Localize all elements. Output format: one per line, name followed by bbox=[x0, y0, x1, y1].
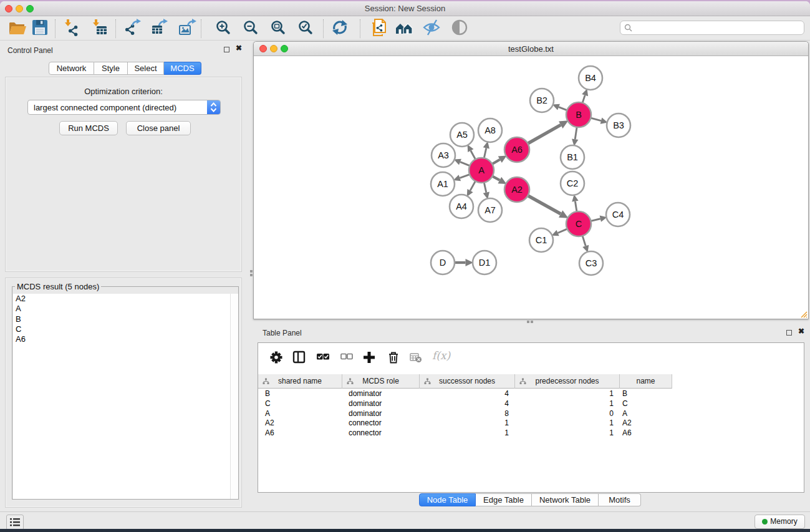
table-cell: dominator bbox=[342, 389, 420, 399]
splitter-handle[interactable] bbox=[527, 321, 529, 323]
zoom-fit-icon[interactable] bbox=[269, 18, 290, 39]
zoom-selected-icon[interactable] bbox=[296, 18, 317, 39]
import-table-from-file-icon[interactable] bbox=[91, 18, 112, 39]
show-panels-list-button[interactable] bbox=[6, 515, 24, 529]
apply-layout-icon[interactable] bbox=[330, 18, 352, 39]
table-tab-motifs[interactable]: Motifs bbox=[599, 493, 641, 506]
selected-option: largest connected component (directed) bbox=[34, 103, 176, 112]
edge-A-A3[interactable] bbox=[460, 162, 470, 166]
node-label-A5: A5 bbox=[456, 130, 468, 140]
resize-grip-icon[interactable] bbox=[800, 311, 808, 318]
column-header-name[interactable]: name bbox=[620, 374, 672, 389]
table-cell: connector bbox=[342, 428, 420, 438]
control-tab-style[interactable]: Style bbox=[94, 62, 128, 75]
import-network-from-file-icon[interactable] bbox=[63, 18, 84, 39]
edge-C-C2[interactable] bbox=[575, 201, 577, 213]
splitter-handle[interactable] bbox=[250, 274, 253, 276]
table-panel-close-button[interactable]: ✖ bbox=[798, 327, 804, 336]
table-tab-network-table[interactable]: Network Table bbox=[532, 493, 599, 506]
network-view-window: testGlobe.txt B4B2BB3A5A8A6A3B1AA1C2A2A4… bbox=[253, 41, 809, 319]
node-label-D: D bbox=[440, 258, 446, 268]
export-table-icon[interactable] bbox=[150, 18, 171, 39]
show-hide-graphics-details-icon[interactable] bbox=[422, 18, 443, 39]
table-tab-node-table[interactable]: Node Table bbox=[419, 493, 476, 506]
export-image-icon[interactable] bbox=[178, 18, 199, 39]
edge-A-A7[interactable] bbox=[484, 182, 486, 193]
column-header-successor-nodes[interactable]: successor nodes bbox=[420, 374, 515, 389]
edge-A-A5[interactable] bbox=[471, 150, 476, 160]
mcds-result-list[interactable]: A2ABCA6 bbox=[13, 294, 238, 499]
control-panel-close-button[interactable]: ✖ bbox=[236, 44, 242, 52]
edge-A2-C[interactable] bbox=[528, 195, 561, 214]
list-icon bbox=[9, 517, 21, 527]
edge-B-B1[interactable] bbox=[575, 127, 577, 140]
table-row[interactable]: A2connector11A2 bbox=[258, 418, 805, 428]
run-mcds-button[interactable]: Run MCDS bbox=[59, 121, 118, 135]
memory-button[interactable]: Memory bbox=[755, 515, 805, 529]
new-network-from-selection-icon[interactable] bbox=[369, 18, 390, 39]
add-column-icon[interactable] bbox=[362, 351, 378, 367]
edge-A6-B[interactable] bbox=[528, 125, 561, 143]
show-hide-annotations-icon[interactable] bbox=[450, 18, 471, 39]
select-all-rows-icon[interactable] bbox=[316, 351, 332, 367]
edge-B-B3[interactable] bbox=[590, 118, 601, 121]
open-session-icon[interactable] bbox=[8, 18, 29, 39]
table-cell: A2 bbox=[620, 418, 672, 428]
edge-C-C3[interactable] bbox=[582, 235, 586, 246]
column-header-MCDS-role[interactable]: MCDS role bbox=[342, 374, 420, 389]
column-header-predecessor-nodes[interactable]: predecessor nodes bbox=[515, 374, 620, 389]
control-panel-float-button[interactable] bbox=[224, 47, 229, 52]
table-panel-title: Table Panel bbox=[263, 329, 302, 337]
table-header: shared nameMCDS rolesuccessor nodesprede… bbox=[258, 374, 672, 389]
control-tab-network[interactable]: Network bbox=[49, 62, 94, 75]
zoom-out-icon[interactable] bbox=[241, 18, 263, 39]
mcds-result-item[interactable]: A6 bbox=[13, 334, 238, 344]
delete-table-icon[interactable] bbox=[409, 351, 425, 367]
table-row[interactable]: Adominator80A bbox=[258, 409, 805, 419]
export-network-icon[interactable] bbox=[123, 18, 145, 39]
unselect-all-rows-icon[interactable] bbox=[340, 351, 356, 367]
table-cell: 1 bbox=[515, 399, 620, 409]
save-session-icon[interactable] bbox=[31, 18, 52, 39]
search-icon bbox=[624, 24, 633, 32]
toggle-panel-columns-icon[interactable] bbox=[292, 351, 309, 367]
main-toolbar bbox=[0, 17, 810, 41]
edge-A-A8[interactable] bbox=[484, 148, 486, 158]
table-row[interactable]: Cdominator41C bbox=[258, 399, 805, 409]
edge-A-A4[interactable] bbox=[470, 181, 476, 191]
desktop-wallpaper-strip bbox=[0, 529, 810, 532]
edge-C-C4[interactable] bbox=[590, 219, 600, 221]
delete-column-icon[interactable] bbox=[387, 351, 403, 367]
function-builder-icon[interactable]: f(x) bbox=[432, 349, 457, 365]
network-graph[interactable]: B4B2BB3A5A8A6A3B1AA1C2A2A4A7C4CC1C3DD1 bbox=[254, 56, 808, 319]
splitter-handle[interactable] bbox=[531, 321, 533, 323]
table-body: Bdominator41BCdominator41CAdominator80AA… bbox=[258, 389, 805, 438]
zoom-in-icon[interactable] bbox=[214, 18, 235, 39]
table-row[interactable]: Bdominator41B bbox=[258, 389, 805, 399]
node-label-D1: D1 bbox=[479, 258, 491, 268]
table-cell: C bbox=[620, 399, 672, 409]
mcds-panel: Optimization criterion: largest connecte… bbox=[5, 77, 242, 272]
table-tab-edge-table[interactable]: Edge Table bbox=[476, 493, 532, 506]
table-options-gear-icon[interactable] bbox=[269, 351, 286, 367]
mcds-result-item[interactable]: A bbox=[13, 304, 238, 314]
node-label-A: A bbox=[478, 165, 485, 175]
mcds-result-scrollbar[interactable] bbox=[230, 294, 238, 499]
mcds-result-item[interactable]: C bbox=[13, 324, 238, 334]
table-row[interactable]: A6connector11A6 bbox=[258, 428, 805, 438]
optimization-criterion-select[interactable]: largest connected component (directed) bbox=[27, 100, 221, 115]
control-tab-select[interactable]: Select bbox=[128, 62, 164, 75]
node-label-A6: A6 bbox=[511, 145, 523, 155]
search-input[interactable] bbox=[620, 21, 804, 35]
table-panel-float-button[interactable] bbox=[786, 330, 792, 336]
edge-C-C1[interactable] bbox=[558, 229, 568, 233]
mcds-result-item[interactable]: A2 bbox=[13, 294, 238, 304]
splitter-handle[interactable] bbox=[250, 270, 253, 273]
first-neighbors-icon[interactable] bbox=[395, 18, 416, 39]
edge-A-A1[interactable] bbox=[460, 174, 470, 178]
mcds-result-item[interactable]: B bbox=[13, 314, 238, 324]
column-header-shared-name[interactable]: shared name bbox=[258, 374, 342, 389]
close-panel-button[interactable]: Close panel bbox=[126, 121, 191, 135]
edge-A-A6[interactable] bbox=[491, 160, 499, 165]
control-tab-mcds[interactable]: MCDS bbox=[164, 62, 201, 75]
